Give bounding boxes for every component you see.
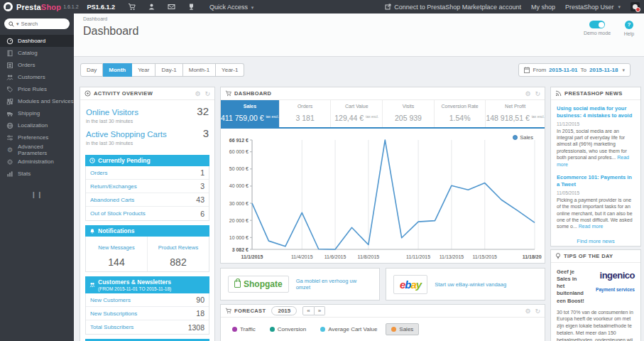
kpi-tab-sales[interactable]: Sales411 759,00 € tax excl. xyxy=(221,100,280,127)
read-more-link[interactable]: Read more xyxy=(579,224,604,229)
svg-text:3 082 €: 3 082 € xyxy=(232,247,249,252)
forecast-traffic-button[interactable]: Traffic xyxy=(227,323,261,335)
news-article-title[interactable]: Ecommerce 101: Payments in a Tweet xyxy=(557,174,635,188)
new-messages-link[interactable]: New Messages xyxy=(98,244,134,251)
kpi-tab-conversion-rate[interactable]: Conversion Rate1.54% xyxy=(435,100,486,127)
ebay-logo: ebay xyxy=(393,275,427,294)
mail-icon[interactable] xyxy=(168,3,175,11)
news-article-title[interactable]: Using social media for your business: 4 … xyxy=(557,105,635,119)
avatar[interactable] xyxy=(631,2,640,11)
user-icon[interactable] xyxy=(148,3,155,11)
svg-text:10 000 €: 10 000 € xyxy=(229,235,249,240)
cart-icon[interactable] xyxy=(128,3,136,11)
svg-text:30 000 €: 30 000 € xyxy=(229,201,249,206)
version-label: 1.6.1.2 xyxy=(63,4,78,9)
search-scope-caret[interactable]: ▾ xyxy=(16,21,19,27)
sidebar-item-label: Administration xyxy=(18,158,54,165)
kpi-tab-visits[interactable]: Visits205 939 xyxy=(383,100,435,127)
help-icon[interactable]: ? xyxy=(625,21,633,29)
new-customers-link[interactable]: New Customers xyxy=(90,297,131,303)
online-visitors-link[interactable]: Online Visitors xyxy=(86,108,138,117)
sidebar-item-shipping[interactable]: Shipping xyxy=(0,107,74,119)
user-menu[interactable]: PrestaShop User▾ xyxy=(565,4,621,11)
total-subscribers-link[interactable]: Total Subscribers xyxy=(90,324,133,330)
dashboard-panel: DASHBOARD ⚙↻ Sales411 759,00 € tax excl.… xyxy=(220,87,545,264)
panel-title: DASHBOARD xyxy=(234,90,271,97)
sidebar-item-modules[interactable]: Modules and Services xyxy=(0,95,74,107)
sidebar-item-catalog[interactable]: Catalog xyxy=(0,47,74,59)
prev-year-button[interactable]: « xyxy=(302,306,314,315)
table-row: New Subscriptions18 xyxy=(86,307,209,320)
svg-text:11/4/2015: 11/4/2015 xyxy=(291,254,313,259)
online-visitors-value: 32 xyxy=(197,105,209,117)
filter-month-button[interactable]: Month xyxy=(103,63,132,77)
refresh-icon[interactable]: ↻ xyxy=(535,90,540,97)
legend-label: Sales xyxy=(520,134,533,141)
out-of-stock-link[interactable]: Out of Stock Products xyxy=(90,210,146,217)
tips-text: 30 tot 70% van de consumenten in Europa … xyxy=(557,309,635,341)
gear-icon[interactable]: ⚙ xyxy=(525,90,530,97)
product-reviews-link[interactable]: Product Reviews xyxy=(158,244,198,251)
my-shop-link[interactable]: My shop xyxy=(531,4,555,11)
sidebar-item-administration[interactable]: Administration xyxy=(0,156,74,168)
active-carts-link[interactable]: Active Shopping Carts xyxy=(86,130,167,139)
forecast-avg-cart-button[interactable]: Average Cart Value xyxy=(315,323,383,335)
shop-name-link[interactable]: PS1.6.1.2 xyxy=(87,4,116,11)
refresh-icon[interactable]: ↻ xyxy=(204,90,210,97)
kpi-tab-orders[interactable]: Orders3 181 xyxy=(280,100,332,127)
abandoned-carts-link[interactable]: Abandoned Carts xyxy=(90,197,134,203)
marketplace-link[interactable]: Connect to PrestaShop Marketplace accoun… xyxy=(385,4,521,11)
forecast-sales-button[interactable]: Sales xyxy=(386,323,419,335)
sidebar-item-label: Modules and Services xyxy=(18,98,74,104)
svg-text:11/8/2015: 11/8/2015 xyxy=(358,254,380,259)
next-year-button[interactable]: » xyxy=(315,306,325,315)
filter-day-1-button[interactable]: Day-1 xyxy=(155,63,182,77)
demo-mode-toggle[interactable] xyxy=(589,21,605,28)
brand-presta: Presta xyxy=(16,3,41,11)
kpi-tab-cart-value[interactable]: Cart Value129,44 € tax excl. xyxy=(331,100,383,127)
search-input[interactable] xyxy=(21,21,62,27)
shopgate-link[interactable]: Ga mobiel en verhoog uw omzet xyxy=(296,278,372,291)
svg-text:40 000 €: 40 000 € xyxy=(229,183,249,188)
trophy-icon[interactable] xyxy=(187,3,195,11)
table-row: Abandoned Carts43 xyxy=(86,193,209,207)
pending-returns-link[interactable]: Return/Exchanges xyxy=(90,183,137,190)
cart-icon xyxy=(225,308,231,314)
new-subscriptions-link[interactable]: New Subscriptions xyxy=(90,310,137,317)
sidebar-item-orders[interactable]: Orders xyxy=(0,59,74,71)
gear-icon[interactable]: ⚙ xyxy=(525,308,530,315)
active-carts-value: 3 xyxy=(203,127,209,139)
filter-year-button[interactable]: Year xyxy=(132,63,155,77)
quick-access-menu[interactable]: Quick Access ▾ xyxy=(209,4,253,11)
forecast-conversion-button[interactable]: Conversion xyxy=(264,323,312,335)
sidebar-item-preferences[interactable]: Preferences xyxy=(0,131,74,144)
filter-day-button[interactable]: Day xyxy=(80,63,103,77)
date-range-picker[interactable]: From 2015-11-01 To 2015-11-18 ▾ xyxy=(518,63,631,77)
sidebar-collapse-button[interactable]: ❙❙ xyxy=(0,191,74,198)
filter-month-1-button[interactable]: Month-1 xyxy=(183,63,216,77)
find-more-news-link[interactable]: Find more news xyxy=(557,238,635,244)
notifications-block: Notifications New Messages144 Product Re… xyxy=(85,225,209,272)
refresh-icon[interactable]: ↻ xyxy=(535,308,540,315)
ebay-link[interactable]: Start uw eBay-winkel vandaag xyxy=(435,281,506,288)
gear-icon[interactable]: ⚙ xyxy=(195,90,200,97)
sidebar-item-customers[interactable]: Customers xyxy=(0,71,74,83)
filter-year-1-button[interactable]: Year-1 xyxy=(216,63,244,77)
sidebar-item-localization[interactable]: Localization xyxy=(0,119,74,131)
sales-line-chart: 66 912 €60 000 €50 000 €40 000 €30 000 €… xyxy=(225,133,542,262)
sidebar-item-stats[interactable]: Stats xyxy=(0,168,74,180)
pending-orders-link[interactable]: Orders xyxy=(90,170,107,176)
sidebar: ▾ Dashboard Catalog Orders Customers Pri… xyxy=(0,13,74,341)
tips-body: ingenico Payment services Geef je Sales … xyxy=(551,263,640,341)
sidebar-item-price-rules[interactable]: Price Rules xyxy=(0,83,74,95)
orders-icon xyxy=(6,62,13,69)
avg-cart-dot xyxy=(320,327,325,332)
dashboard-panel-header: DASHBOARD ⚙↻ xyxy=(221,87,545,100)
news-article-date: 11/12/2015 xyxy=(557,121,635,126)
sidebar-item-dashboard[interactable]: Dashboard xyxy=(0,35,74,47)
chart-legend[interactable]: Sales xyxy=(513,134,533,141)
kpi-tab-net-profit[interactable]: Net Profit148 918,51 € tax excl. xyxy=(486,100,545,127)
sidebar-item-label: Customers xyxy=(18,74,45,80)
svg-text:11/1/2015: 11/1/2015 xyxy=(241,254,263,259)
sidebar-item-advanced-parameters[interactable]: ⚙ Advanced Parameters xyxy=(0,144,74,156)
